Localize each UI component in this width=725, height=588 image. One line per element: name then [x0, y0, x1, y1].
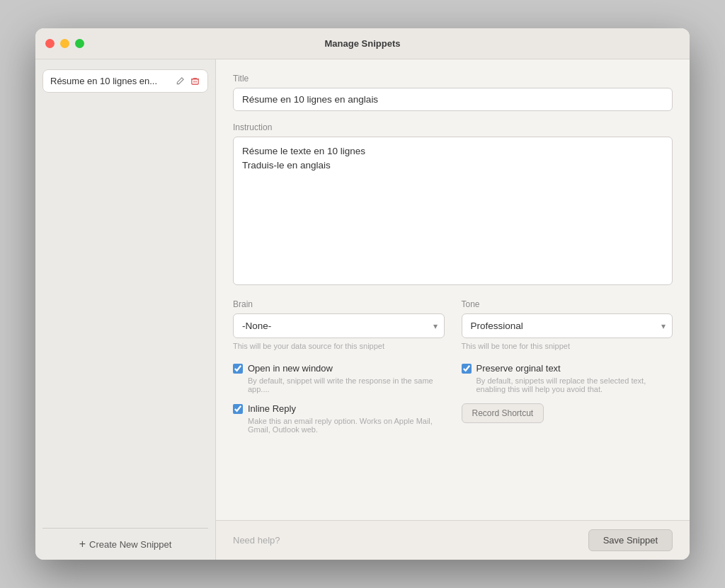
brain-column: Brain -None- Brain 1 Brain 2 ▾ This will…: [233, 299, 445, 350]
edit-snippet-button[interactable]: [175, 76, 185, 86]
bottom-bar: Need help? Save Snippet: [216, 520, 690, 560]
maximize-button[interactable]: [75, 39, 84, 48]
sidebar: Résume en 10 lignes en...: [35, 59, 216, 560]
title-input[interactable]: [233, 88, 673, 111]
need-help-text: Need help?: [233, 535, 280, 546]
instruction-textarea[interactable]: Résume le texte en 10 lignes Traduis-le …: [233, 137, 673, 285]
close-button[interactable]: [45, 39, 55, 48]
inline-reply-label[interactable]: Inline Reply: [248, 403, 296, 414]
title-bar: Manage Snippets: [35, 28, 690, 59]
brain-label: Brain: [233, 299, 445, 309]
preserve-original-checkbox[interactable]: [462, 364, 472, 374]
sidebar-footer: + Create New Snippet: [42, 528, 208, 560]
minimize-button[interactable]: [60, 39, 69, 48]
window-title: Manage Snippets: [325, 38, 401, 49]
open-new-window-helper: By default, snippet will write the respo…: [233, 376, 445, 393]
traffic-lights: [45, 39, 84, 48]
snippet-item[interactable]: Résume en 10 lignes en...: [42, 69, 208, 93]
record-shortcut-button[interactable]: Record Shortcut: [462, 403, 544, 423]
snippet-list: Résume en 10 lignes en...: [42, 69, 208, 528]
plus-icon: +: [79, 538, 86, 550]
title-label: Title: [233, 74, 673, 83]
instruction-label: Instruction: [233, 122, 673, 132]
options-section: Open in new window By default, snippet w…: [233, 353, 673, 444]
tone-select[interactable]: Professional Casual Formal Friendly: [462, 313, 673, 338]
brain-tone-row: Brain -None- Brain 1 Brain 2 ▾ This will…: [233, 299, 673, 350]
snippet-item-actions: [175, 76, 200, 86]
preserve-original-label[interactable]: Preserve orginal text: [476, 363, 561, 374]
tone-column: Tone Professional Casual Formal Friendly…: [462, 299, 673, 350]
brain-select[interactable]: -None- Brain 1 Brain 2: [233, 313, 445, 338]
instruction-field-group: Instruction Résume le texte en 10 lignes…: [233, 122, 673, 288]
tone-label: Tone: [462, 299, 673, 309]
manage-snippets-window: Manage Snippets Résume en 10 lignes en..…: [35, 28, 690, 560]
delete-snippet-button[interactable]: [190, 76, 200, 86]
options-right-column: Preserve orginal text By default, snippe…: [462, 353, 673, 444]
save-snippet-button[interactable]: Save Snippet: [588, 529, 673, 551]
tone-select-wrapper: Professional Casual Formal Friendly ▾: [462, 313, 673, 338]
open-new-window-checkbox[interactable]: [233, 364, 243, 374]
inline-reply-checkbox[interactable]: [233, 404, 243, 414]
window-body: Résume en 10 lignes en...: [35, 59, 690, 560]
inline-reply-row: Inline Reply: [233, 403, 445, 414]
preserve-original-helper: By default, snippets will replace the se…: [462, 376, 673, 393]
inline-reply-helper: Make this an email reply option. Works o…: [233, 417, 445, 434]
open-new-window-row: Open in new window: [233, 363, 445, 374]
create-new-snippet-button[interactable]: + Create New Snippet: [79, 538, 172, 550]
preserve-original-row: Preserve orginal text: [462, 363, 673, 374]
create-new-label: Create New Snippet: [89, 539, 171, 550]
snippet-item-label: Résume en 10 lignes en...: [50, 76, 171, 86]
open-new-window-label[interactable]: Open in new window: [248, 363, 333, 374]
options-left-column: Open in new window By default, snippet w…: [233, 353, 445, 444]
brain-helper: This will be your data source for this s…: [233, 342, 445, 350]
title-field-group: Title: [233, 74, 673, 111]
main-content: Title Instruction Résume le texte en 10 …: [216, 59, 690, 520]
brain-select-wrapper: -None- Brain 1 Brain 2 ▾: [233, 313, 445, 338]
tone-helper: This will be tone for this snippet: [462, 342, 673, 350]
svg-rect-0: [192, 79, 198, 84]
